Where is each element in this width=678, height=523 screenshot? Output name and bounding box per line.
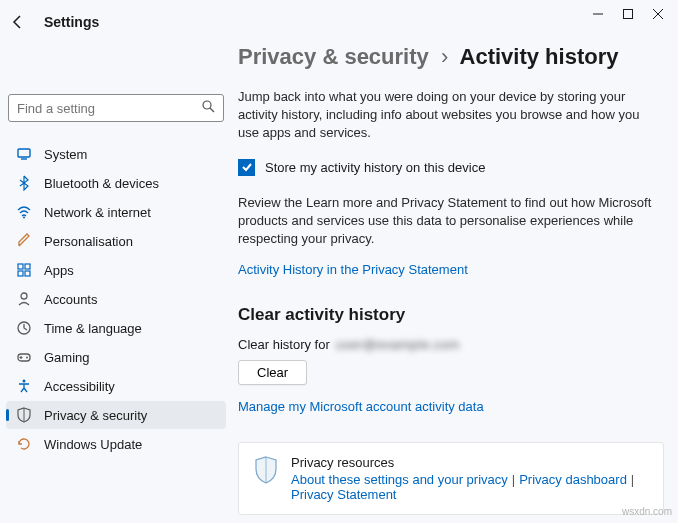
sidebar-item-label: Gaming bbox=[44, 350, 90, 365]
resource-link-about[interactable]: About these settings and your privacy bbox=[291, 472, 508, 487]
accessibility-icon bbox=[16, 378, 32, 394]
sidebar-item-bluetooth[interactable]: Bluetooth & devices bbox=[6, 169, 226, 197]
sidebar-item-label: System bbox=[44, 147, 87, 162]
sidebar-item-gaming[interactable]: Gaming bbox=[6, 343, 226, 371]
close-button[interactable] bbox=[652, 8, 664, 20]
sidebar-item-apps[interactable]: Apps bbox=[6, 256, 226, 284]
shield-icon bbox=[16, 407, 32, 423]
svg-rect-11 bbox=[18, 271, 23, 276]
shield-icon bbox=[253, 455, 279, 489]
resource-link-statement[interactable]: Privacy Statement bbox=[291, 487, 397, 502]
sidebar-item-system[interactable]: System bbox=[6, 140, 226, 168]
manage-account-link[interactable]: Manage my Microsoft account activity dat… bbox=[238, 399, 664, 414]
breadcrumb-parent[interactable]: Privacy & security bbox=[238, 44, 429, 69]
sidebar-item-label: Accounts bbox=[44, 292, 97, 307]
clear-history-heading: Clear activity history bbox=[238, 305, 664, 325]
svg-line-5 bbox=[210, 108, 214, 112]
sidebar-item-label: Windows Update bbox=[44, 437, 142, 452]
clock-icon bbox=[16, 320, 32, 336]
sidebar-item-time-language[interactable]: Time & language bbox=[6, 314, 226, 342]
update-icon bbox=[16, 436, 32, 452]
svg-rect-12 bbox=[25, 271, 30, 276]
store-history-checkbox[interactable] bbox=[238, 159, 255, 176]
wifi-icon bbox=[16, 204, 32, 220]
search-input[interactable] bbox=[17, 101, 201, 116]
privacy-statement-link[interactable]: Activity History in the Privacy Statemen… bbox=[238, 262, 664, 277]
resources-title: Privacy resources bbox=[291, 455, 638, 470]
back-button[interactable] bbox=[10, 14, 26, 30]
sidebar-item-privacy-security[interactable]: Privacy & security bbox=[6, 401, 226, 429]
gaming-icon bbox=[16, 349, 32, 365]
minimize-button[interactable] bbox=[592, 8, 604, 20]
sidebar-item-label: Time & language bbox=[44, 321, 142, 336]
svg-rect-1 bbox=[624, 10, 633, 19]
breadcrumb: Privacy & security › Activity history bbox=[238, 44, 664, 70]
sidebar-item-accessibility[interactable]: Accessibility bbox=[6, 372, 226, 400]
checkbox-label: Store my activity history on this device bbox=[265, 160, 485, 175]
apps-icon bbox=[16, 262, 32, 278]
sidebar-item-label: Personalisation bbox=[44, 234, 133, 249]
svg-rect-6 bbox=[18, 149, 30, 157]
sidebar-item-label: Accessibility bbox=[44, 379, 115, 394]
search-box[interactable] bbox=[8, 94, 224, 122]
svg-rect-10 bbox=[25, 264, 30, 269]
sidebar-item-accounts[interactable]: Accounts bbox=[6, 285, 226, 313]
svg-rect-9 bbox=[18, 264, 23, 269]
svg-point-16 bbox=[26, 357, 28, 359]
watermark: wsxdn.com bbox=[622, 506, 672, 517]
brush-icon bbox=[16, 233, 32, 249]
system-icon bbox=[16, 146, 32, 162]
maximize-button[interactable] bbox=[622, 8, 634, 20]
sidebar-item-label: Apps bbox=[44, 263, 74, 278]
svg-point-4 bbox=[203, 101, 211, 109]
review-text: Review the Learn more and Privacy Statem… bbox=[238, 194, 664, 249]
sidebar-item-network[interactable]: Network & internet bbox=[6, 198, 226, 226]
sidebar-item-label: Network & internet bbox=[44, 205, 151, 220]
chevron-right-icon: › bbox=[441, 44, 448, 69]
account-email: user@example.com bbox=[336, 337, 460, 352]
clear-for-label: Clear history for bbox=[238, 337, 330, 352]
sidebar-item-personalisation[interactable]: Personalisation bbox=[6, 227, 226, 255]
svg-point-13 bbox=[21, 293, 27, 299]
intro-text: Jump back into what you were doing on yo… bbox=[238, 88, 664, 143]
clear-button[interactable]: Clear bbox=[238, 360, 307, 385]
svg-point-8 bbox=[23, 217, 25, 219]
svg-point-17 bbox=[23, 380, 26, 383]
privacy-resources-card: Privacy resources About these settings a… bbox=[238, 442, 664, 515]
accounts-icon bbox=[16, 291, 32, 307]
sidebar-item-label: Privacy & security bbox=[44, 408, 147, 423]
resource-link-dashboard[interactable]: Privacy dashboard bbox=[519, 472, 627, 487]
bluetooth-icon bbox=[16, 175, 32, 191]
sidebar-item-windows-update[interactable]: Windows Update bbox=[6, 430, 226, 458]
window-title: Settings bbox=[44, 14, 99, 30]
breadcrumb-current: Activity history bbox=[460, 44, 619, 69]
sidebar-item-label: Bluetooth & devices bbox=[44, 176, 159, 191]
search-icon bbox=[201, 99, 215, 117]
